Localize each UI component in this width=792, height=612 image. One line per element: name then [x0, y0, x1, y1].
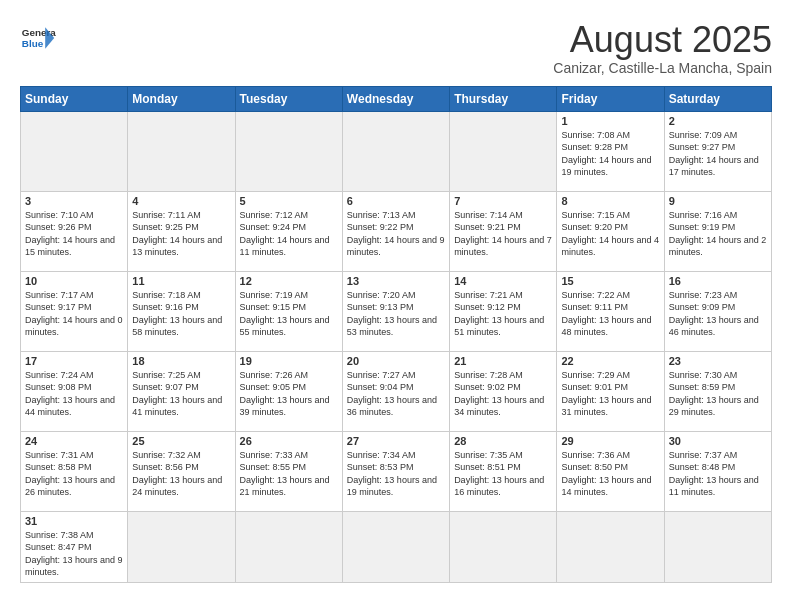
calendar-week-row: 3Sunrise: 7:10 AM Sunset: 9:26 PM Daylig… [21, 191, 772, 271]
day-info: Sunrise: 7:11 AM Sunset: 9:25 PM Dayligh… [132, 209, 230, 259]
day-info: Sunrise: 7:17 AM Sunset: 9:17 PM Dayligh… [25, 289, 123, 339]
logo-icon: General Blue [20, 20, 56, 56]
calendar-day-cell: 22Sunrise: 7:29 AM Sunset: 9:01 PM Dayli… [557, 351, 664, 431]
calendar-title: August 2025 [553, 20, 772, 60]
calendar-day-cell: 14Sunrise: 7:21 AM Sunset: 9:12 PM Dayli… [450, 271, 557, 351]
calendar-day-cell: 25Sunrise: 7:32 AM Sunset: 8:56 PM Dayli… [128, 431, 235, 511]
calendar-day-cell: 3Sunrise: 7:10 AM Sunset: 9:26 PM Daylig… [21, 191, 128, 271]
day-info: Sunrise: 7:37 AM Sunset: 8:48 PM Dayligh… [669, 449, 767, 499]
day-info: Sunrise: 7:23 AM Sunset: 9:09 PM Dayligh… [669, 289, 767, 339]
day-info: Sunrise: 7:38 AM Sunset: 8:47 PM Dayligh… [25, 529, 123, 579]
calendar-day-cell [128, 511, 235, 582]
calendar-day-cell: 2Sunrise: 7:09 AM Sunset: 9:27 PM Daylig… [664, 111, 771, 191]
day-info: Sunrise: 7:27 AM Sunset: 9:04 PM Dayligh… [347, 369, 445, 419]
day-number: 26 [240, 435, 338, 447]
calendar-day-cell: 20Sunrise: 7:27 AM Sunset: 9:04 PM Dayli… [342, 351, 449, 431]
day-number: 27 [347, 435, 445, 447]
day-info: Sunrise: 7:18 AM Sunset: 9:16 PM Dayligh… [132, 289, 230, 339]
column-header-sunday: Sunday [21, 86, 128, 111]
day-info: Sunrise: 7:26 AM Sunset: 9:05 PM Dayligh… [240, 369, 338, 419]
day-info: Sunrise: 7:16 AM Sunset: 9:19 PM Dayligh… [669, 209, 767, 259]
day-info: Sunrise: 7:36 AM Sunset: 8:50 PM Dayligh… [561, 449, 659, 499]
calendar-day-cell: 19Sunrise: 7:26 AM Sunset: 9:05 PM Dayli… [235, 351, 342, 431]
page-header: General Blue August 2025 Canizar, Castil… [20, 20, 772, 76]
day-number: 11 [132, 275, 230, 287]
calendar-day-cell [450, 111, 557, 191]
day-info: Sunrise: 7:14 AM Sunset: 9:21 PM Dayligh… [454, 209, 552, 259]
day-info: Sunrise: 7:34 AM Sunset: 8:53 PM Dayligh… [347, 449, 445, 499]
day-number: 15 [561, 275, 659, 287]
day-number: 2 [669, 115, 767, 127]
day-number: 21 [454, 355, 552, 367]
day-info: Sunrise: 7:22 AM Sunset: 9:11 PM Dayligh… [561, 289, 659, 339]
calendar-day-cell [21, 111, 128, 191]
calendar-day-cell: 17Sunrise: 7:24 AM Sunset: 9:08 PM Dayli… [21, 351, 128, 431]
calendar-day-cell: 18Sunrise: 7:25 AM Sunset: 9:07 PM Dayli… [128, 351, 235, 431]
calendar-day-cell: 5Sunrise: 7:12 AM Sunset: 9:24 PM Daylig… [235, 191, 342, 271]
day-number: 19 [240, 355, 338, 367]
day-number: 14 [454, 275, 552, 287]
calendar-day-cell: 15Sunrise: 7:22 AM Sunset: 9:11 PM Dayli… [557, 271, 664, 351]
day-number: 30 [669, 435, 767, 447]
calendar-day-cell: 21Sunrise: 7:28 AM Sunset: 9:02 PM Dayli… [450, 351, 557, 431]
day-number: 6 [347, 195, 445, 207]
calendar-day-cell: 23Sunrise: 7:30 AM Sunset: 8:59 PM Dayli… [664, 351, 771, 431]
day-info: Sunrise: 7:30 AM Sunset: 8:59 PM Dayligh… [669, 369, 767, 419]
day-number: 13 [347, 275, 445, 287]
calendar-day-cell: 24Sunrise: 7:31 AM Sunset: 8:58 PM Dayli… [21, 431, 128, 511]
day-number: 8 [561, 195, 659, 207]
calendar-table: SundayMondayTuesdayWednesdayThursdayFrid… [20, 86, 772, 583]
day-info: Sunrise: 7:12 AM Sunset: 9:24 PM Dayligh… [240, 209, 338, 259]
calendar-day-cell [450, 511, 557, 582]
calendar-day-cell: 11Sunrise: 7:18 AM Sunset: 9:16 PM Dayli… [128, 271, 235, 351]
title-area: August 2025 Canizar, Castille-La Mancha,… [553, 20, 772, 76]
day-number: 25 [132, 435, 230, 447]
calendar-day-cell: 1Sunrise: 7:08 AM Sunset: 9:28 PM Daylig… [557, 111, 664, 191]
calendar-day-cell: 29Sunrise: 7:36 AM Sunset: 8:50 PM Dayli… [557, 431, 664, 511]
calendar-day-cell [128, 111, 235, 191]
day-info: Sunrise: 7:10 AM Sunset: 9:26 PM Dayligh… [25, 209, 123, 259]
calendar-header-row: SundayMondayTuesdayWednesdayThursdayFrid… [21, 86, 772, 111]
calendar-day-cell: 31Sunrise: 7:38 AM Sunset: 8:47 PM Dayli… [21, 511, 128, 582]
day-info: Sunrise: 7:33 AM Sunset: 8:55 PM Dayligh… [240, 449, 338, 499]
column-header-thursday: Thursday [450, 86, 557, 111]
day-number: 4 [132, 195, 230, 207]
day-number: 23 [669, 355, 767, 367]
calendar-day-cell [342, 511, 449, 582]
calendar-day-cell: 6Sunrise: 7:13 AM Sunset: 9:22 PM Daylig… [342, 191, 449, 271]
calendar-day-cell [235, 111, 342, 191]
calendar-day-cell: 9Sunrise: 7:16 AM Sunset: 9:19 PM Daylig… [664, 191, 771, 271]
day-info: Sunrise: 7:09 AM Sunset: 9:27 PM Dayligh… [669, 129, 767, 179]
day-info: Sunrise: 7:35 AM Sunset: 8:51 PM Dayligh… [454, 449, 552, 499]
day-info: Sunrise: 7:20 AM Sunset: 9:13 PM Dayligh… [347, 289, 445, 339]
calendar-day-cell: 12Sunrise: 7:19 AM Sunset: 9:15 PM Dayli… [235, 271, 342, 351]
calendar-week-row: 24Sunrise: 7:31 AM Sunset: 8:58 PM Dayli… [21, 431, 772, 511]
calendar-day-cell: 28Sunrise: 7:35 AM Sunset: 8:51 PM Dayli… [450, 431, 557, 511]
calendar-week-row: 17Sunrise: 7:24 AM Sunset: 9:08 PM Dayli… [21, 351, 772, 431]
day-info: Sunrise: 7:19 AM Sunset: 9:15 PM Dayligh… [240, 289, 338, 339]
calendar-day-cell [557, 511, 664, 582]
column-header-wednesday: Wednesday [342, 86, 449, 111]
day-info: Sunrise: 7:31 AM Sunset: 8:58 PM Dayligh… [25, 449, 123, 499]
day-info: Sunrise: 7:13 AM Sunset: 9:22 PM Dayligh… [347, 209, 445, 259]
day-number: 5 [240, 195, 338, 207]
day-number: 29 [561, 435, 659, 447]
day-number: 12 [240, 275, 338, 287]
day-number: 3 [25, 195, 123, 207]
calendar-day-cell: 30Sunrise: 7:37 AM Sunset: 8:48 PM Dayli… [664, 431, 771, 511]
column-header-tuesday: Tuesday [235, 86, 342, 111]
day-number: 20 [347, 355, 445, 367]
calendar-day-cell [235, 511, 342, 582]
calendar-day-cell: 8Sunrise: 7:15 AM Sunset: 9:20 PM Daylig… [557, 191, 664, 271]
day-number: 9 [669, 195, 767, 207]
calendar-day-cell: 7Sunrise: 7:14 AM Sunset: 9:21 PM Daylig… [450, 191, 557, 271]
calendar-subtitle: Canizar, Castille-La Mancha, Spain [553, 60, 772, 76]
calendar-day-cell: 10Sunrise: 7:17 AM Sunset: 9:17 PM Dayli… [21, 271, 128, 351]
calendar-week-row: 31Sunrise: 7:38 AM Sunset: 8:47 PM Dayli… [21, 511, 772, 582]
logo: General Blue [20, 20, 56, 56]
calendar-day-cell: 26Sunrise: 7:33 AM Sunset: 8:55 PM Dayli… [235, 431, 342, 511]
day-info: Sunrise: 7:15 AM Sunset: 9:20 PM Dayligh… [561, 209, 659, 259]
calendar-day-cell [664, 511, 771, 582]
column-header-monday: Monday [128, 86, 235, 111]
calendar-day-cell: 16Sunrise: 7:23 AM Sunset: 9:09 PM Dayli… [664, 271, 771, 351]
